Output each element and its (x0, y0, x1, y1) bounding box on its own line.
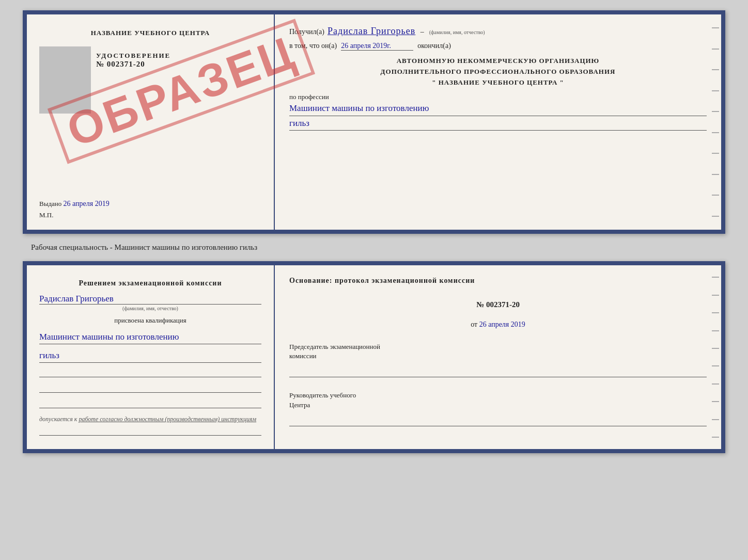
spine-line (712, 348, 719, 349)
chairman-block: Председатель экзаменационной комиссии (289, 342, 707, 377)
blank-line-4 (39, 426, 261, 436)
chairman-signature-line (289, 366, 707, 377)
bottom-doc-left: Решением экзаменационной комиссии Радисл… (27, 265, 275, 449)
руководитель-title: Руководитель учебного Центра (289, 391, 707, 409)
spine-line (712, 132, 719, 133)
bottom-name-caption: (фамилия, имя, отчество) (39, 306, 261, 311)
top-doc-left: НАЗВАНИЕ УЧЕБНОГО ЦЕНТРА УДОСТОВЕРЕНИЕ №… (27, 14, 275, 230)
spine-line (712, 295, 719, 296)
spine-line (712, 90, 719, 91)
cert-label: УДОСТОВЕРЕНИЕ (96, 52, 170, 60)
spine-line (712, 437, 719, 438)
spine-line (712, 27, 719, 28)
issued-prefix: Выдано (39, 200, 61, 207)
руководитель-signature-line (289, 415, 707, 426)
blank-line-3 (39, 399, 261, 408)
profession-name2-top: гильз (289, 116, 707, 131)
spine-line (712, 365, 719, 366)
photo-placeholder (39, 46, 91, 114)
org-line2: ДОПОЛНИТЕЛЬНОГО ПРОФЕССИОНАЛЬНОГО ОБРАЗО… (289, 67, 707, 77)
spine-line (712, 419, 719, 420)
bottom-doc-right: Основание: протокол экзаменационной коми… (275, 265, 721, 449)
bottom-profession-name: Машинист машины по изготовлению (39, 330, 261, 344)
vtom-prefix: в том, что он(а) (289, 42, 337, 50)
spine-line (712, 69, 719, 70)
spine-line (712, 195, 719, 196)
commission-title: Решением экзаменационной комиссии (39, 278, 261, 289)
bottom-profession-name2: гильз (39, 348, 261, 363)
spine-line (712, 153, 719, 154)
spine-line (712, 383, 719, 385)
spine-lines-bottom (710, 265, 721, 449)
допускается-prefix: допускается к (39, 415, 77, 423)
assigned-line: присвоена квалификация (39, 316, 261, 325)
profession-name-top: Машинист машины по изготовлению (289, 101, 707, 116)
spine-lines-top (710, 14, 721, 230)
chairman-title: Председатель экзаменационной комиссии (289, 342, 707, 361)
issued-date: 26 апреля 2019 (64, 200, 110, 207)
spine-line (712, 216, 719, 217)
recipient-name: Радислав Григорьев (328, 26, 415, 37)
osnov-title: Основание: протокол экзаменационной коми… (289, 277, 707, 285)
received-prefix: Получил(а) (289, 28, 324, 36)
finished-label: окончил(а) (417, 42, 451, 50)
completion-date: 26 апреля 2019г. (341, 42, 413, 51)
mp-line: М.П. (39, 208, 261, 219)
cert-number: № 002371-20 (96, 60, 145, 69)
received-line: Получил(а) Радислав Григорьев – (фамилия… (289, 26, 707, 37)
ot-prefix: от (471, 321, 477, 328)
ot-date: 26 апреля 2019 (479, 321, 525, 328)
vtom-line: в том, что он(а) 26 апреля 2019г. окончи… (289, 42, 707, 51)
spine-line (712, 174, 719, 175)
top-doc-right: Получил(а) Радислав Григорьев – (фамилия… (275, 14, 721, 230)
blank-line-1 (39, 368, 261, 377)
spine-line (712, 401, 719, 402)
руководитель-block: Руководитель учебного Центра (289, 391, 707, 426)
spine-line (712, 49, 719, 50)
profession-block-top: по профессии Машинист машины по изготовл… (289, 93, 707, 130)
bottom-person-name: Радислав Григорьев (39, 294, 261, 305)
допускается-block: допускается к работе согласно должностны… (39, 415, 261, 423)
separator-label: Рабочая специальность - Машинист машины … (10, 243, 257, 252)
school-title-top: НАЗВАНИЕ УЧЕБНОГО ЦЕНТРА (39, 29, 261, 37)
bottom-document: Решением экзаменационной комиссии Радисл… (23, 261, 725, 453)
name-caption-top: (фамилия, имя, отчество) (429, 29, 485, 35)
protocol-number: № 002371-20 (289, 300, 707, 309)
spine-line (712, 330, 719, 331)
blank-line-2 (39, 383, 261, 393)
profession-label-top: по профессии (289, 93, 707, 101)
org-line3: " НАЗВАНИЕ УЧЕБНОГО ЦЕНТРА " (289, 77, 707, 88)
org-line1: АВТОНОМНУЮ НЕКОММЕРЧЕСКУЮ ОРГАНИЗАЦИЮ (289, 56, 707, 67)
spine-line (712, 111, 719, 112)
cert-label-area: УДОСТОВЕРЕНИЕ № 002371-20 (96, 52, 170, 69)
допускается-text: работе согласно должностным (производств… (79, 415, 256, 423)
issued-line: Выдано 26 апреля 2019 (39, 200, 261, 208)
stamp-area: УДОСТОВЕРЕНИЕ № 002371-20 ОБРАЗЕЦ (39, 46, 261, 119)
ot-date-line: от 26 апреля 2019 (289, 321, 707, 329)
spine-line (712, 312, 719, 313)
spine-line (712, 277, 719, 278)
top-document: НАЗВАНИЕ УЧЕБНОГО ЦЕНТРА УДОСТОВЕРЕНИЕ №… (23, 10, 725, 234)
org-block: АВТОНОМНУЮ НЕКОММЕРЧЕСКУЮ ОРГАНИЗАЦИЮ ДО… (289, 56, 707, 88)
